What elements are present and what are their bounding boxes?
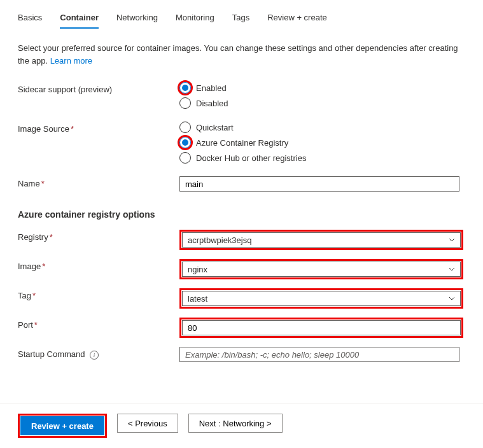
image-label-text: Image [18,262,41,271]
image-source-label-text: Image Source [18,124,69,134]
required-indicator: * [32,291,36,300]
sidecar-enabled-label: Enabled [196,83,227,93]
tag-label-text: Tag [18,291,31,300]
radio-icon [179,82,191,94]
tab-bar: Basics Container Networking Monitoring T… [0,0,483,29]
tab-monitoring[interactable]: Monitoring [176,13,214,29]
required-indicator: * [42,262,45,271]
startup-input[interactable] [179,347,459,362]
sidecar-disabled-label: Disabled [196,99,228,108]
tag-select[interactable]: latest [182,291,461,306]
tab-container[interactable]: Container [60,13,99,29]
sidecar-disabled-option[interactable]: Disabled [179,97,465,109]
required-indicator: * [71,124,74,134]
registry-label-text: Registry [18,232,48,242]
radio-icon [179,137,191,148]
tag-label: Tag* [18,288,179,300]
tab-networking[interactable]: Networking [116,13,158,29]
radio-icon [179,122,191,133]
footer-bar: Review + create < Previous Next : Networ… [0,403,483,435]
next-button[interactable]: Next : Networking > [188,414,283,433]
image-label: Image* [18,259,179,271]
required-indicator: * [50,232,53,242]
docker-label: Docker Hub or other registries [196,153,306,163]
startup-label-text: Startup Command [18,349,85,359]
name-input[interactable] [179,176,459,192]
radio-icon [179,152,191,164]
name-label: Name* [18,176,179,188]
required-indicator: * [41,179,45,188]
required-indicator: * [34,320,38,330]
acr-label: Azure Container Registry [196,138,288,148]
tab-basics[interactable]: Basics [18,13,42,29]
registry-label: Registry* [18,230,179,242]
description-text: Select your preferred source for contain… [18,42,465,67]
image-select[interactable]: nginx [182,262,461,277]
registry-value: acrptbwpiek3ejsq [188,235,251,245]
image-source-docker-option[interactable]: Docker Hub or other registries [179,152,465,164]
name-label-text: Name [18,179,40,188]
quickstart-label: Quickstart [196,123,234,132]
learn-more-link[interactable]: Learn more [50,56,92,66]
review-create-highlight: Review + create [18,414,107,435]
startup-label: Startup Command i [18,347,179,360]
radio-icon [179,97,191,109]
sidecar-label: Sidecar support (preview) [18,82,179,94]
registry-select[interactable]: acrptbwpiek3ejsq [182,232,461,248]
tab-review[interactable]: Review + create [267,13,327,29]
acr-section-heading: Azure container registry options [18,209,465,220]
sidecar-enabled-option[interactable]: Enabled [179,82,465,94]
review-create-button[interactable]: Review + create [20,416,104,435]
image-value: nginx [188,265,207,274]
image-source-label: Image Source* [18,122,179,134]
image-source-quickstart-option[interactable]: Quickstart [179,122,465,133]
tab-tags[interactable]: Tags [232,13,249,29]
image-source-acr-option[interactable]: Azure Container Registry [179,137,465,148]
form-content: Select your preferred source for contain… [0,29,483,435]
port-input[interactable] [182,320,461,335]
previous-button[interactable]: < Previous [117,414,178,433]
tag-value: latest [188,294,207,304]
port-label: Port* [18,318,179,330]
info-icon[interactable]: i [90,351,99,360]
port-label-text: Port [18,320,33,330]
